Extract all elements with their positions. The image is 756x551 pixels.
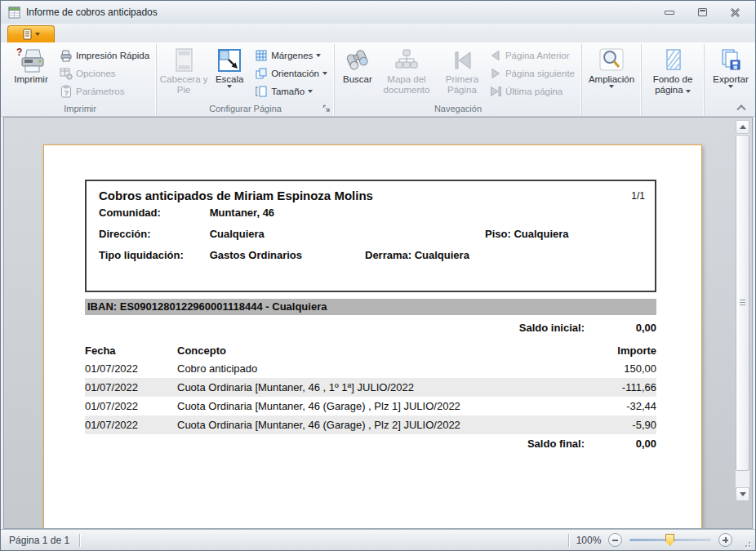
export-icon	[718, 47, 744, 74]
saldo-inicial-label: Saldo inicial:	[519, 320, 585, 336]
chevron-down-icon	[609, 85, 614, 88]
piso-value: Piso: Cualquiera	[485, 224, 569, 245]
minimize-icon	[665, 11, 674, 15]
document-map-icon	[394, 47, 420, 74]
ribbon: ? Imprimir Impresión Rápida	[1, 42, 755, 117]
ribbon-group-configurar-pagina: Cabecera y Pie Escala	[156, 44, 334, 116]
printer-icon: ?	[16, 47, 46, 74]
chevron-down-icon	[322, 72, 327, 75]
zoom-slider-thumb[interactable]	[665, 534, 674, 546]
window-title: Informe de cobros anticipados	[26, 7, 158, 18]
scrollbar-track[interactable]	[736, 134, 749, 487]
scale-button[interactable]: Escala	[208, 45, 251, 97]
report-header-box: Cobros anticipados de Miriam Espinoza Mo…	[85, 180, 656, 292]
header-footer-button[interactable]: Cabecera y Pie	[159, 45, 208, 97]
scroll-up-button[interactable]	[736, 120, 749, 134]
scrollbar-thumb[interactable]	[736, 135, 749, 471]
parameters-icon: ?	[60, 85, 73, 98]
zoom-button[interactable]: Ampliación	[585, 45, 638, 97]
next-page-label: Página siguiente	[505, 69, 575, 78]
close-icon	[730, 8, 740, 17]
scale-label: Escala	[216, 74, 244, 85]
scroll-down-button[interactable]	[736, 487, 749, 501]
header-footer-label: Cabecera y Pie	[159, 74, 208, 96]
comunidad-value: Muntaner, 46	[210, 207, 274, 219]
previous-page-button[interactable]: Página Anterior	[485, 47, 579, 64]
restore-button[interactable]	[692, 6, 713, 19]
orientation-label: Orientación	[271, 69, 319, 78]
field-comunidad: Comunidad: Muntaner, 46	[87, 202, 655, 224]
options-icon	[60, 67, 73, 80]
tipo-value: Gastos Ordinarios	[210, 249, 302, 261]
group-label-fondo	[644, 113, 701, 116]
export-button[interactable]: Exportar	[707, 45, 754, 97]
zoom-in-button[interactable]	[718, 533, 732, 547]
comunidad-label: Comunidad:	[99, 202, 207, 224]
group-label-imprimir: Imprimir	[7, 104, 153, 116]
triangle-up-icon	[740, 125, 746, 129]
document-menu-icon	[22, 29, 33, 40]
file-menu-tab[interactable]	[7, 25, 55, 42]
first-page-button[interactable]: Primera Página	[439, 45, 485, 97]
preview-area: Cobros anticipados de Miriam Espinoza Mo…	[3, 117, 753, 529]
close-button[interactable]	[724, 6, 745, 19]
search-button[interactable]: Buscar	[337, 45, 378, 97]
field-direccion: Dirección: Cualquiera Piso: Cualquiera	[87, 224, 655, 245]
restore-icon	[698, 8, 707, 16]
titlebar: Informe de cobros anticipados	[1, 1, 755, 24]
resize-grip[interactable]	[740, 537, 751, 548]
magnifier-icon	[598, 47, 625, 74]
vertical-scrollbar[interactable]	[736, 120, 749, 501]
column-importe: Importe	[583, 343, 656, 359]
saldo-final-row: Saldo final: 0,00	[85, 436, 656, 452]
table-row: 01/07/2022 Cobro anticipado 150,00	[85, 359, 656, 378]
print-button[interactable]: ? Imprimir	[7, 45, 56, 97]
iban-bar: IBAN: ES0901280122960001118444 - Cualqui…	[85, 299, 656, 315]
group-label-ampliacion	[585, 113, 638, 116]
document-map-button[interactable]: Mapa del documento	[378, 45, 435, 97]
page-background-button[interactable]: Fondo de página	[644, 45, 701, 97]
header-footer-icon	[171, 47, 196, 74]
svg-text:?: ?	[16, 47, 22, 58]
report-title: Cobros anticipados de Miriam Espinoza Mo…	[99, 189, 373, 202]
last-page-button[interactable]: Última página	[485, 83, 579, 100]
chevron-down-icon	[227, 85, 232, 88]
ribbon-group-ampliacion: Ampliación	[581, 44, 641, 116]
chevron-down-icon	[686, 90, 691, 93]
export-label: Exportar	[713, 74, 748, 85]
chevron-down-icon	[728, 85, 733, 88]
group-label-navegacion: Navegación	[337, 104, 579, 116]
page-setup-dialog-launcher[interactable]	[322, 104, 331, 113]
page-info: Página 1 de 1	[1, 535, 79, 546]
size-button[interactable]: Tamaño	[251, 83, 331, 100]
zoom-percent: 100%	[569, 535, 608, 546]
print-button-label: Imprimir	[14, 74, 48, 85]
direccion-label: Dirección:	[99, 224, 207, 245]
zoom-out-button[interactable]	[608, 533, 622, 547]
chevron-down-icon	[35, 33, 40, 36]
svg-text:?: ?	[64, 89, 69, 97]
ribbon-group-navegacion: Buscar Mapa del documento	[334, 44, 581, 116]
quick-print-label: Impresión Rápida	[76, 51, 149, 60]
first-page-label: Primera Página	[439, 74, 485, 96]
thumb-grip-icon	[740, 300, 745, 305]
report-icon	[8, 7, 21, 19]
table-header: Fecha Concepto Importe	[85, 343, 656, 359]
parameters-button[interactable]: ? Parámetros	[56, 83, 153, 100]
table-row: 01/07/2022 Cuota Ordinaria [Muntaner, 46…	[85, 378, 656, 397]
zoom-slider-track[interactable]	[629, 539, 711, 541]
binoculars-icon	[343, 47, 372, 74]
app-window: Informe de cobros anticipados	[0, 0, 756, 551]
scale-icon	[216, 47, 242, 74]
table-row: 01/07/2022 Cuota Ordinaria [Muntaner, 46…	[85, 415, 656, 434]
margins-icon	[255, 49, 268, 62]
next-page-button[interactable]: Página siguiente	[485, 65, 579, 82]
quick-print-icon	[60, 49, 73, 62]
margins-button[interactable]: Márgenes	[251, 47, 331, 64]
orientation-button[interactable]: Orientación	[251, 65, 331, 82]
collapse-ribbon-button[interactable]	[738, 104, 747, 109]
page-background-icon	[660, 47, 685, 74]
quick-print-button[interactable]: Impresión Rápida	[56, 47, 153, 64]
minimize-button[interactable]	[659, 6, 680, 19]
options-button[interactable]: Opciones	[56, 65, 153, 82]
